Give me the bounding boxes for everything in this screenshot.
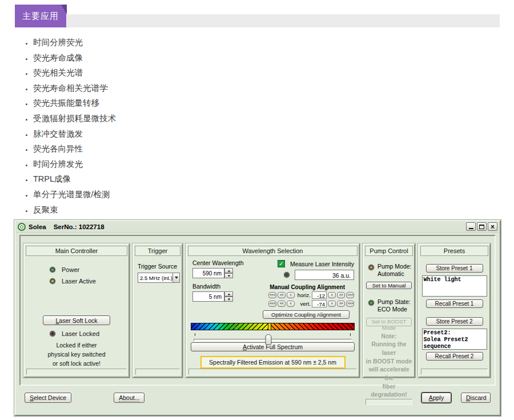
activate-full-spectrum-button[interactable]: Activate Full Spectrum	[191, 342, 355, 351]
panel-title-main-controller: Main Controller	[26, 246, 127, 256]
arrow-down-icon	[227, 275, 230, 277]
recall-preset-2-button[interactable]: Recall Preset 2	[426, 352, 483, 361]
arrow-up-icon	[227, 293, 230, 295]
slider-thumb[interactable]	[266, 334, 272, 345]
window-client-area: Main Controller Power Laser Active Laser…	[15, 233, 500, 403]
spectrum-right-gradient	[271, 323, 354, 330]
vert-value-field[interactable]: -74	[312, 300, 327, 307]
panel-title-trigger: Trigger	[135, 246, 180, 256]
solea-window: Solea SerNo.: 1022718 × Main Controller …	[14, 220, 501, 416]
application-item: 时间分辨发光	[33, 159, 116, 169]
wavelength-slider[interactable]	[194, 331, 352, 340]
horiz-step-left-2-button[interactable]: <<	[278, 292, 286, 298]
center-wavelength-spin-down-button[interactable]	[224, 273, 233, 278]
vert-step-right-3-button[interactable]: >>>	[346, 301, 354, 307]
manual-alignment-label: Manual Coupling Alignment	[270, 284, 345, 290]
horiz-step-left-1-button[interactable]: <	[287, 292, 295, 298]
about-button[interactable]: About...	[114, 393, 144, 403]
store-preset-2-button[interactable]: Store Preset 2	[426, 317, 483, 326]
trigger-source-select[interactable]: 2.5 MHz (int.)	[138, 273, 180, 283]
discard-button[interactable]: Discard	[461, 393, 491, 403]
horiz-step-right-1-button[interactable]: >	[328, 292, 336, 298]
measure-intensity-label: Measure Laser Intensity	[290, 261, 354, 267]
trigger-panel: Trigger Trigger Source 2.5 MHz (int.)	[132, 243, 183, 378]
main-controller-panel: Main Controller Power Laser Active Laser…	[23, 243, 130, 378]
panel-footer	[188, 369, 357, 375]
preset-1-textarea[interactable]: White light	[422, 275, 487, 297]
laser-soft-lock-button[interactable]: Laser Soft Lock	[43, 315, 110, 325]
vert-step-right-1-button[interactable]: >	[328, 301, 336, 307]
laser-active-led	[50, 278, 55, 284]
center-wavelength-label: Center Wavelength	[192, 259, 257, 266]
pump-state-value: ECO Mode	[378, 306, 411, 313]
slider-track[interactable]	[194, 339, 352, 341]
horiz-value-field[interactable]: -12	[312, 291, 327, 299]
vert-step-left-2-button[interactable]: <<	[278, 301, 286, 307]
close-button[interactable]: ×	[488, 222, 497, 231]
intensity-value-field: 36 a.u.	[295, 270, 354, 280]
vert-step-left-3-button[interactable]: <<<	[268, 301, 276, 307]
bandwidth-spin-down-button[interactable]	[224, 297, 233, 302]
vert-step-left-1-button[interactable]: <	[287, 301, 295, 307]
panel-title-pump: Pump Control	[365, 246, 413, 256]
combo-arrow-button[interactable]	[172, 273, 179, 282]
select-device-button[interactable]: Select Device	[25, 393, 71, 403]
application-item: 时间分辨荧光	[33, 38, 116, 47]
footer-button-row: Select Device About... Apply Discard	[19, 393, 496, 403]
vert-label: vert.	[296, 301, 311, 307]
trigger-source-value: 2.5 MHz (int.)	[138, 273, 172, 282]
apply-button[interactable]: Apply	[421, 393, 451, 403]
chevron-down-icon	[175, 277, 178, 279]
vert-step-right-2-button[interactable]: >>	[337, 301, 345, 307]
application-item: 荧光各向异性	[33, 144, 116, 154]
section-header-bar	[66, 14, 500, 27]
boost-note: Note: Running the laser in BOOST mode wi…	[364, 332, 414, 399]
maximize-button[interactable]	[477, 222, 487, 231]
bandwidth-input[interactable]	[192, 291, 224, 302]
laser-locked-label: Laser Locked	[62, 330, 99, 337]
window-title-app: Solea	[29, 223, 46, 230]
power-led	[50, 267, 55, 273]
spectrum-left-gradient	[191, 323, 268, 330]
emission-status-text: Spectrally Filtered Emission at 590 nm ±…	[209, 359, 336, 366]
panels-container: Main Controller Power Laser Active Laser…	[19, 235, 496, 386]
trigger-source-label: Trigger Source	[138, 263, 182, 270]
preset-2-textarea[interactable]: Preset2: Solea Preset2 sequence	[422, 329, 487, 350]
emission-status-box: Spectrally Filtered Emission at 590 nm ±…	[200, 356, 346, 369]
application-item: 荧光共振能量转移	[33, 98, 116, 108]
center-wavelength-input[interactable]	[192, 268, 224, 278]
horiz-step-right-2-button[interactable]: >>	[337, 292, 345, 298]
check-icon: ✓	[279, 261, 283, 267]
laser-active-label: Laser Active	[62, 278, 96, 285]
center-wavelength-spin-up-button[interactable]	[224, 268, 233, 273]
minimize-button[interactable]	[466, 222, 476, 231]
panel-footer	[135, 369, 180, 375]
store-preset-1-button[interactable]: Store Preset 1	[426, 264, 483, 273]
pump-state-led	[368, 300, 374, 306]
measure-intensity-checkbox[interactable]: ✓	[278, 260, 285, 267]
bandwidth-label: Bandwidth	[192, 283, 257, 290]
minimize-icon	[469, 228, 473, 229]
bandwidth-spin-up-button[interactable]	[224, 291, 233, 297]
application-item: 单分子光谱显微/检测	[33, 190, 116, 199]
maximize-icon	[479, 225, 484, 229]
set-to-manual-button[interactable]: Set to Manual	[366, 282, 412, 289]
applications-list: 时间分辨荧光 荧光寿命成像 荧光相关光谱 荧光寿命相关光谱学 荧光共振能量转移 …	[24, 38, 116, 220]
panel-title-presets: Presets	[420, 246, 488, 256]
slider-tick-left	[195, 333, 195, 336]
pump-mode-value: Automatic	[378, 270, 412, 278]
recall-preset-1-button[interactable]: Recall Preset 1	[426, 299, 483, 308]
section-tab: 主要应用	[15, 5, 66, 27]
horiz-step-right-3-button[interactable]: >>>	[346, 292, 354, 298]
panel-footer	[366, 399, 412, 405]
pump-state-label: Pump State:	[378, 298, 411, 306]
laser-locked-led	[50, 331, 55, 337]
optimize-alignment-button[interactable]: Optimize Coupling Alignment	[263, 310, 350, 319]
panel-title-wavelength: Wavelength Selection	[188, 246, 358, 256]
horiz-step-left-3-button[interactable]: <<<	[268, 292, 276, 298]
pump-mode-label: Pump Mode:	[378, 263, 412, 270]
application-item: TRPL成像	[33, 174, 116, 184]
set-to-boost-button[interactable]: Set to BOOST Mode	[366, 318, 412, 326]
window-titlebar: Solea SerNo.: 1022718 ×	[15, 221, 500, 233]
pump-panel: Pump Control Pump Mode: Automatic Set to…	[363, 243, 415, 378]
